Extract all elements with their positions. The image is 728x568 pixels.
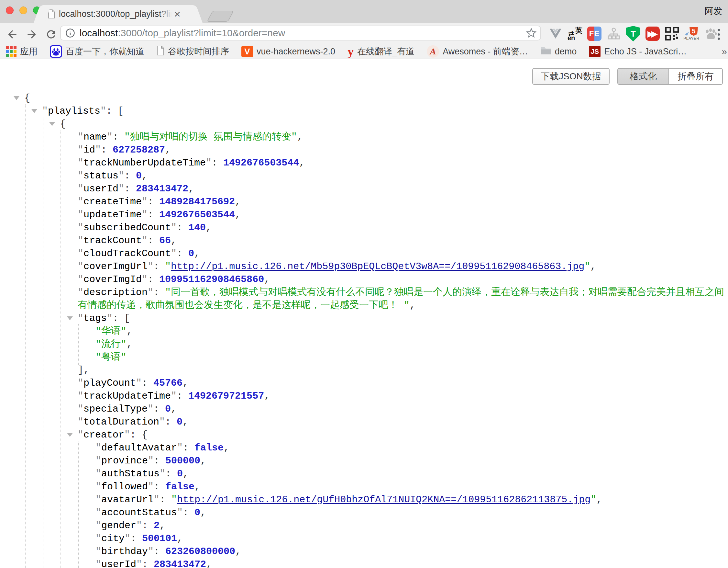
json-url-link[interactable]: http://p1.music.126.net/gUfH0bhzOfAl71NU…: [177, 494, 590, 505]
json-punctuation: :: [154, 481, 165, 492]
tampermonkey-icon[interactable]: T: [626, 26, 641, 41]
json-quote: ": [171, 248, 177, 259]
json-row: "playCount": 45766,: [0, 377, 725, 390]
json-punctuation: ,: [194, 248, 200, 259]
json-key: defaultAvatar: [101, 442, 177, 453]
bookmark-google-sort[interactable]: 谷歌按时间排序: [157, 46, 229, 58]
json-key: city: [101, 533, 125, 544]
collapse-toggle-icon[interactable]: [31, 109, 37, 113]
forward-button[interactable]: [25, 27, 39, 41]
reload-button[interactable]: [44, 27, 58, 41]
minimize-window-button[interactable]: [19, 6, 27, 14]
collapse-toggle-icon[interactable]: [14, 96, 19, 100]
json-boolean-value: false: [165, 481, 194, 492]
json-quote: ": [148, 481, 154, 492]
json-punctuation: :: [177, 248, 188, 259]
json-number-value: 1492676503544: [159, 209, 235, 220]
html5-player-icon[interactable]: 5 PLAYER: [684, 26, 699, 41]
bookmark-awesomes[interactable]: A Awesomes - 前端资…: [427, 45, 528, 58]
json-quote: ": [171, 494, 177, 505]
bookmark-echojs[interactable]: JS Echo JS - JavaScri…: [589, 46, 687, 57]
indent-guide: [78, 441, 79, 568]
apps-grid-icon: [6, 46, 17, 57]
json-number-value: 1492676503544: [223, 157, 299, 168]
json-quote: ": [124, 429, 130, 440]
bookmark-demo-folder[interactable]: demo: [540, 46, 577, 57]
json-quote: ": [160, 468, 165, 479]
indent-guide: [78, 324, 79, 365]
json-key: tags: [83, 313, 107, 324]
json-string-value: "独唱与对唱的切换 氛围与情感的转变": [124, 131, 297, 142]
json-row: "province": 500000,: [0, 454, 725, 467]
page-content: 下载JSON数据 格式化 折叠所有 {"playlists": [{"name"…: [0, 59, 728, 568]
json-quote: ": [95, 520, 101, 531]
json-punctuation: ,: [177, 533, 183, 544]
json-quote: ": [78, 417, 83, 428]
bookmarks-overflow-chevron[interactable]: »: [722, 46, 727, 57]
json-string-value: "同一首歌，独唱模式与对唱模式有没有什么不同呢？独唱是一个人的演绎，重在诠释与表…: [78, 287, 724, 311]
json-number-value: 500101: [142, 533, 177, 544]
json-punctuation: ,: [264, 274, 270, 285]
json-punctuation: ,: [224, 442, 229, 453]
json-punctuation: ,: [235, 196, 241, 207]
json-key: followed: [101, 481, 148, 492]
page-info-icon[interactable]: [65, 28, 75, 38]
indent-guide: [61, 130, 61, 568]
json-quote: ": [78, 196, 83, 207]
json-key: trackCount: [83, 235, 142, 246]
bookmark-youdao-translate[interactable]: y 在线翻译_有道: [347, 46, 414, 57]
back-button[interactable]: [5, 27, 19, 41]
json-key: updateTime: [83, 209, 142, 220]
json-punctuation: :: [177, 391, 188, 402]
json-quote: ": [118, 170, 124, 181]
close-window-button[interactable]: [6, 6, 14, 14]
bookmark-star-icon[interactable]: [526, 28, 536, 38]
json-punctuation: ,: [165, 144, 171, 155]
json-punctuation: :: [148, 274, 159, 285]
collapse-toggle-icon[interactable]: [67, 317, 73, 320]
fast-forward-icon[interactable]: ▶▶: [645, 26, 660, 41]
json-quote: ": [78, 378, 83, 389]
bookmark-vue-hackernews[interactable]: V vue-hackernews-2.0: [241, 46, 335, 57]
json-quote: ": [136, 559, 142, 568]
bookmark-apps[interactable]: 应用: [6, 46, 38, 57]
json-number-value: 45766: [153, 378, 182, 389]
collapse-toggle-icon[interactable]: [67, 433, 73, 437]
profile-name[interactable]: 阿发: [705, 5, 722, 17]
fe-extension-icon[interactable]: FE: [587, 26, 602, 41]
echojs-icon: JS: [589, 46, 601, 57]
json-open-bracket: {: [24, 93, 30, 104]
bookmark-baidu[interactable]: 百度一下，你就知道: [50, 45, 144, 58]
collapse-toggle-icon[interactable]: [49, 122, 55, 126]
new-tab-button[interactable]: [207, 11, 234, 22]
json-punctuation: :: [124, 183, 136, 194]
json-row: "coverImgUrl": "http://p1.music.126.net/…: [0, 260, 725, 273]
json-punctuation: :: [142, 378, 153, 389]
browser-tab[interactable]: localhost:3000/top_playlist?lim ×: [42, 5, 194, 23]
browser-menu-icon[interactable]: [714, 29, 723, 40]
url-host: localhost: [80, 28, 118, 38]
translate-icon[interactable]: 英 ⇄ en: [568, 26, 582, 41]
json-punctuation: :: [183, 442, 194, 453]
json-quote: ": [78, 248, 83, 259]
json-url-link[interactable]: http://p1.music.126.net/Mb59p30BpEQLcBQe…: [171, 261, 584, 272]
baidu-paw-icon: [50, 45, 62, 58]
tab-close-icon[interactable]: ×: [174, 9, 181, 19]
json-quote: ": [125, 533, 130, 544]
page-icon: [157, 46, 164, 58]
json-quote: ": [154, 494, 160, 505]
json-punctuation: ,: [188, 183, 194, 194]
sitemap-icon[interactable]: [606, 26, 621, 41]
collapse-all-button[interactable]: 折叠所有: [668, 68, 723, 85]
json-punctuation: :: [124, 170, 136, 181]
format-button[interactable]: 格式化: [617, 68, 668, 85]
json-punctuation: ,: [160, 520, 165, 531]
url-bar[interactable]: localhost:3000/top_playlist?limit=10&ord…: [60, 26, 541, 40]
vue-devtools-icon[interactable]: [548, 26, 563, 41]
json-quote: ": [95, 455, 101, 466]
json-open-bracket: [: [124, 313, 130, 324]
qr-code-icon[interactable]: [665, 26, 679, 41]
json-quote: ": [95, 144, 101, 155]
download-json-button[interactable]: 下载JSON数据: [532, 68, 610, 85]
json-punctuation: ,: [235, 546, 241, 557]
